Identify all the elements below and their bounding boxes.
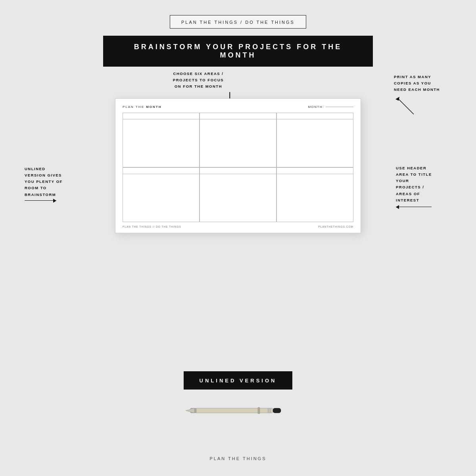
cell-header-4 [123,168,199,174]
planner-title-bold: MONTH [146,105,161,109]
month-line [326,107,353,107]
pen-illustration [182,404,294,417]
cell-body-6 [277,174,353,222]
planner-header: PLAN THE MONTH MONTH: [123,105,353,109]
annotation-top-right: PRINT AS MANYCOPIES AS YOUNEED EACH MONT… [394,74,455,115]
annotation-left-text: UNLINEDVERSION GIVESYOU PLENTY OFROOM TO… [25,166,82,198]
cell-body-4 [123,174,199,222]
planner-grid [123,113,353,222]
main-banner: BRAINSTORM YOUR PROJECTS FOR THE MONTH [103,36,373,67]
arrow-diag-left-icon [394,95,418,115]
cell-header-3 [277,113,353,119]
unlined-badge-text: UNLINED VERSION [200,378,277,384]
cell-header-2 [200,113,276,119]
svg-rect-7 [268,408,269,413]
top-title: PLAN THE THINGS / DO THE THINGS [181,20,295,25]
pen-container [182,401,294,420]
arrow-right-icon [25,200,82,201]
svg-rect-3 [258,407,260,414]
planner-footer: PLAN THE THINGS // DO THE THINGS PLANTHE… [123,225,353,228]
unlined-badge: UNLINED VERSION [184,371,293,390]
month-label: MONTH: [308,105,324,109]
planner-footer-right: PLANTHETHINGS.COM [318,225,353,228]
planner-sheet: PLAN THE MONTH MONTH: [115,98,361,233]
cell-header-6 [277,168,353,174]
svg-marker-1 [395,97,399,101]
svg-rect-2 [194,408,274,413]
arrow-left-icon [396,207,432,207]
cell-body-5 [200,174,276,222]
planner-cell-2 [200,113,276,167]
planner-cell-5 [200,167,276,222]
planner-month: MONTH: [308,105,353,109]
planner-title: PLAN THE MONTH [123,105,162,109]
cell-header-5 [200,168,276,174]
planner-cell-1 [123,113,200,167]
annotation-top-right-text: PRINT AS MANYCOPIES AS YOUNEED EACH MONT… [394,74,455,93]
svg-rect-6 [273,408,281,413]
page-footer: PLAN THE THINGS [209,455,266,462]
svg-line-0 [398,98,414,114]
top-title-box: PLAN THE THINGS / DO THE THINGS [170,15,306,29]
cell-body-3 [277,119,353,167]
cell-header-1 [123,113,199,119]
annotation-right: USE HEADERAREA TO TITLEYOURPROJECTS /ARE… [396,165,459,207]
svg-marker-5 [186,408,194,413]
page-wrapper: PLAN THE THINGS / DO THE THINGS BRAINSTO… [0,0,476,476]
planner-cell-6 [276,167,353,222]
bottom-section: UNLINED VERSION [182,371,294,420]
svg-rect-8 [270,408,271,413]
cell-body-1 [123,119,199,167]
annotation-right-text: USE HEADERAREA TO TITLEYOURPROJECTS /ARE… [396,165,459,203]
planner-cell-4 [123,167,200,222]
cell-body-2 [200,119,276,167]
planner-footer-left: PLAN THE THINGS // DO THE THINGS [123,225,181,228]
footer-text: PLAN THE THINGS [209,456,266,461]
annotation-top-center-text: CHOOSE SIX AREAS /PROJECTS TO FOCUSON FO… [167,71,230,90]
planner-cell-3 [276,113,353,167]
annotation-left: UNLINEDVERSION GIVESYOU PLENTY OFROOM TO… [25,166,82,201]
main-banner-text: BRAINSTORM YOUR PROJECTS FOR THE MONTH [119,43,357,60]
